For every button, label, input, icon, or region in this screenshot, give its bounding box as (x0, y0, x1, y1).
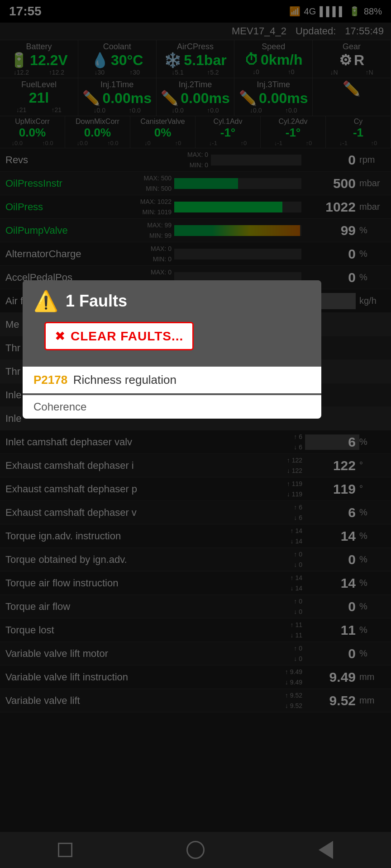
clear-faults-label: CLEAR FAULTS... (71, 329, 183, 344)
modal-overlay (0, 0, 391, 868)
fault-code: P2178 (33, 373, 67, 387)
fault-modal: ⚠️ 1 Faults ✖ CLEAR FAULTS... P2178 Rich… (23, 280, 321, 419)
clear-faults-button[interactable]: ✖ CLEAR FAULTS... (44, 322, 194, 350)
fault-subtext: Coherence (23, 395, 321, 419)
fault-title: 1 Faults (66, 292, 127, 311)
fault-item[interactable]: P2178 Richness regulation (23, 367, 321, 393)
fault-description: Richness regulation (73, 373, 176, 387)
fault-header: ⚠️ 1 Faults (23, 280, 321, 322)
warning-icon: ⚠️ (33, 289, 58, 313)
clear-faults-icon: ✖ (55, 329, 65, 344)
